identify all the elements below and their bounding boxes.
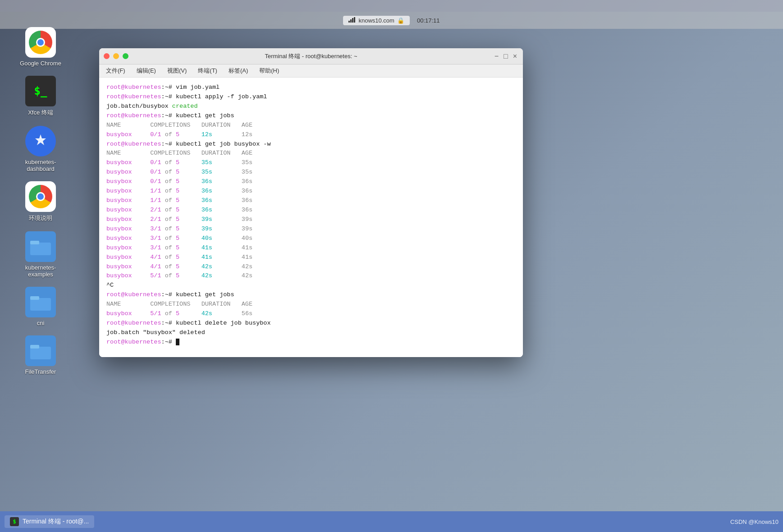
- k8s-examples-label: kubernetes-examples: [25, 264, 56, 278]
- filetransfer-icon: [25, 335, 56, 366]
- xfce-terminal-icon: $_: [25, 76, 56, 106]
- term-ctrl-c: ^C: [106, 281, 516, 290]
- svg-rect-11: [30, 345, 39, 349]
- taskbar: $ Terminal 终端 - root@... CSDN @Knows10: [0, 511, 783, 532]
- term-line-6: root@kubernetes:~# kubectl get jobs: [106, 290, 516, 300]
- taskbar-terminal-icon: $: [10, 517, 19, 526]
- svg-rect-7: [30, 241, 39, 244]
- dock-item-filetransfer[interactable]: FileTransfer: [14, 335, 68, 375]
- window-x-icon[interactable]: ×: [512, 52, 518, 60]
- dock-item-chrome[interactable]: Google Chrome: [14, 27, 68, 67]
- term-line-3: job.batch/busybox created: [106, 102, 516, 111]
- term-watch-12: busybox 4/1 of 5 42s 42s: [106, 262, 516, 272]
- window-maximize-button[interactable]: [123, 53, 128, 59]
- dock-item-xfce-terminal[interactable]: $_ Xfce 终端: [14, 76, 68, 117]
- app-menubar: 文件(F) 编辑(E) 视图(V) 终端(T) 标签(A) 帮助(H): [99, 64, 523, 78]
- menu-terminal[interactable]: 终端(T): [196, 66, 220, 76]
- window-action-buttons: − □ ×: [493, 52, 518, 60]
- svg-rect-3: [354, 17, 355, 23]
- menu-view[interactable]: 视图(V): [165, 66, 189, 76]
- svg-rect-0: [348, 21, 350, 23]
- terminal-window: Terminal 终端 - root@kubernetes: ~ − □ × 文…: [99, 48, 523, 357]
- window-minimize-icon[interactable]: −: [493, 52, 500, 60]
- cni-label: cni: [37, 320, 45, 326]
- dock-item-cni[interactable]: cni: [14, 287, 68, 326]
- term-final-prompt: root@kubernetes:~#: [106, 338, 516, 347]
- k8s-dashboard-icon: [25, 126, 56, 156]
- term-header-1: NAME COMPLETIONS DURATION AGE: [106, 121, 516, 130]
- svg-rect-6: [30, 243, 51, 255]
- cni-icon: [25, 287, 56, 317]
- term-watch-4: busybox 1/1 of 5 36s 36s: [106, 187, 516, 196]
- env-label: 环境说明: [29, 214, 52, 222]
- xfce-label: Xfce 终端: [28, 109, 53, 117]
- dock-item-k8s-examples[interactable]: kubernetes-examples: [14, 231, 68, 278]
- term-watch-8: busybox 3/1 of 5 39s 39s: [106, 225, 516, 234]
- term-watch-11: busybox 4/1 of 5 41s 41s: [106, 253, 516, 262]
- term-watch-13: busybox 5/1 of 5 42s 42s: [106, 271, 516, 281]
- term-row-1: busybox 0/1 of 5 12s 12s: [106, 130, 516, 140]
- desktop: knows10.com 🔒 00:17:11 Google Chrome $_ …: [0, 0, 783, 532]
- term-line-1: root@kubernetes:~# vim job.yaml: [106, 83, 516, 92]
- window-title: Terminal 终端 - root@kubernetes: ~: [265, 52, 357, 60]
- window-restore-icon[interactable]: □: [502, 52, 509, 60]
- lock-icon: 🔒: [397, 17, 404, 24]
- term-line-4: root@kubernetes:~# kubectl get jobs: [106, 111, 516, 121]
- dock: Google Chrome $_ Xfce 终端 kubernetes-dash…: [14, 27, 68, 375]
- menu-tabs[interactable]: 标签(A): [226, 66, 250, 76]
- term-watch-2: busybox 0/1 of 5 35s 35s: [106, 168, 516, 177]
- term-line-5: root@kubernetes:~# kubectl get job busyb…: [106, 140, 516, 149]
- dock-item-env[interactable]: 环境说明: [14, 181, 68, 222]
- term-header-3: NAME COMPLETIONS DURATION AGE: [106, 300, 516, 309]
- window-controls: [104, 53, 128, 59]
- term-watch-3: busybox 0/1 of 5 36s 36s: [106, 177, 516, 187]
- dock-item-k8s-dashboard[interactable]: kubernetes-dashboard: [14, 126, 68, 172]
- window-minimize-button[interactable]: [113, 53, 119, 59]
- svg-rect-2: [352, 18, 353, 23]
- terminal-content[interactable]: root@kubernetes:~# vim job.yaml root@kub…: [99, 78, 523, 357]
- term-watch-10: busybox 3/1 of 5 41s 41s: [106, 243, 516, 253]
- browser-bar: knows10.com 🔒 00:17:11: [0, 12, 783, 29]
- term-deleted: job.batch "busybox" deleted: [106, 328, 516, 338]
- time-display: 00:17:11: [417, 17, 440, 24]
- k8s-examples-icon: [25, 231, 56, 262]
- term-watch-5: busybox 1/1 of 5 36s 36s: [106, 196, 516, 206]
- url-text: knows10.com: [358, 17, 394, 24]
- term-final-row: busybox 5/1 of 5 42s 56s: [106, 309, 516, 319]
- filetransfer-label: FileTransfer: [25, 368, 56, 375]
- svg-rect-9: [30, 296, 39, 300]
- csdn-watermark: CSDN @Knows10: [730, 518, 778, 525]
- env-icon: [25, 181, 56, 212]
- term-watch-9: busybox 3/1 of 5 40s 40s: [106, 234, 516, 243]
- chrome-label: Google Chrome: [20, 60, 61, 67]
- menu-help[interactable]: 帮助(H): [257, 66, 281, 76]
- term-line-7: root@kubernetes:~# kubectl delete job bu…: [106, 319, 516, 328]
- menu-edit[interactable]: 编辑(E): [134, 66, 158, 76]
- taskbar-terminal-label: Terminal 终端 - root@...: [23, 518, 89, 526]
- svg-rect-8: [30, 298, 51, 311]
- svg-rect-1: [350, 19, 352, 23]
- window-close-button[interactable]: [104, 53, 110, 59]
- taskbar-terminal-item[interactable]: $ Terminal 终端 - root@...: [5, 515, 94, 528]
- url-bar[interactable]: knows10.com 🔒: [343, 16, 409, 25]
- term-header-2: NAME COMPLETIONS DURATION AGE: [106, 149, 516, 158]
- term-watch-7: busybox 2/1 of 5 39s 39s: [106, 215, 516, 225]
- menu-file[interactable]: 文件(F): [104, 66, 128, 76]
- window-titlebar: Terminal 终端 - root@kubernetes: ~ − □ ×: [99, 48, 523, 64]
- term-line-2: root@kubernetes:~# kubectl apply -f job.…: [106, 92, 516, 102]
- svg-rect-10: [30, 347, 51, 359]
- k8s-dashboard-label: kubernetes-dashboard: [25, 159, 56, 172]
- term-watch-6: busybox 2/1 of 5 36s 36s: [106, 206, 516, 215]
- system-bar: [0, 0, 783, 12]
- term-watch-1: busybox 0/1 of 5 35s 35s: [106, 158, 516, 168]
- chrome-app-icon: [25, 27, 56, 58]
- signal-icon: [348, 17, 356, 24]
